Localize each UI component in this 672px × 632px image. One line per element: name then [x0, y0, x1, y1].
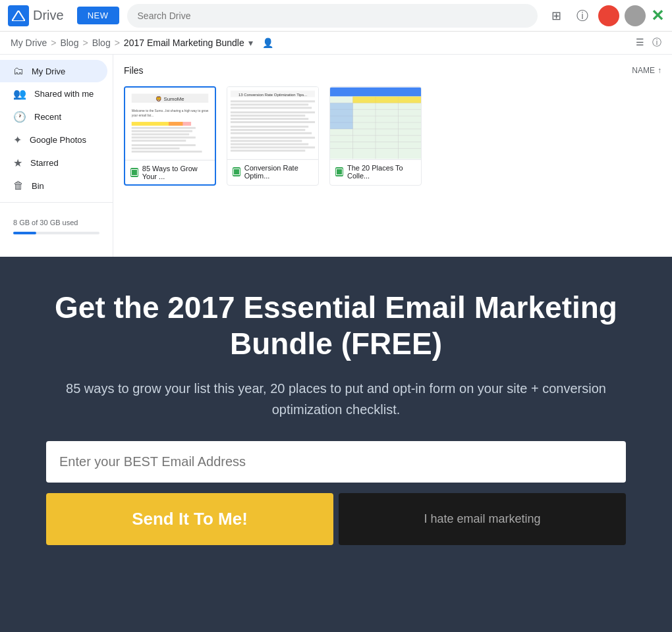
- breadcrumb-folder-1[interactable]: Blog: [60, 38, 78, 48]
- top-bar-icons: ⊞ ⓘ ✕: [546, 5, 664, 26]
- breadcrumb-sep-2: >: [82, 38, 88, 48]
- drive-logo-text: Drive: [33, 8, 64, 23]
- svg-rect-53: [330, 116, 353, 122]
- breadcrumb-dropdown-icon[interactable]: ▾: [248, 38, 253, 48]
- svg-rect-48: [353, 97, 376, 103]
- svg-rect-49: [376, 97, 399, 103]
- close-icon[interactable]: ✕: [651, 7, 664, 25]
- search-input[interactable]: [127, 4, 538, 28]
- svg-rect-10: [132, 136, 196, 138]
- files-title: Files: [124, 65, 144, 76]
- svg-rect-52: [330, 109, 353, 116]
- file-name-bar-1: 85 Ways to Grow Your ...: [125, 160, 215, 184]
- svg-rect-8: [132, 130, 192, 132]
- svg-rect-11: [132, 140, 186, 142]
- sidebar-item-bin[interactable]: 🗑 Bin: [0, 174, 107, 197]
- svg-rect-20: [231, 103, 308, 105]
- svg-rect-32: [231, 146, 315, 148]
- drive-logo: Drive: [8, 5, 64, 26]
- svg-rect-19: [231, 101, 315, 103]
- file-grid: 🦁 SumoMe Welcome to the Sumo...list shar…: [124, 86, 661, 186]
- list-view-icon[interactable]: ☰: [636, 37, 644, 49]
- sidebar: 🗂 My Drive 👥 Shared with me 🕐 Recent ✦ G…: [0, 55, 113, 257]
- hate-button[interactable]: I hate email marketing: [339, 493, 626, 545]
- notification-badge: [598, 5, 619, 26]
- photos-icon: ✦: [13, 134, 22, 146]
- svg-rect-27: [231, 129, 305, 131]
- file-preview-1: 🦁 SumoMe Welcome to the Sumo...list shar…: [125, 88, 215, 160]
- file-name-bar-3: The 20 Places To Colle...: [330, 159, 421, 184]
- overlay-title: Get the 2017 Essential Email Marketing B…: [40, 290, 632, 362]
- upgrade-storage-button[interactable]: ☁ Upgrade storage: [0, 250, 113, 257]
- svg-rect-23: [231, 115, 305, 117]
- svg-rect-28: [231, 132, 312, 134]
- breadcrumb-root[interactable]: My Drive: [11, 38, 47, 48]
- sidebar-item-my-drive[interactable]: 🗂 My Drive: [0, 60, 107, 82]
- sort-arrow-icon: ↑: [658, 66, 661, 75]
- file-card-3[interactable]: The 20 Places To Colle...: [329, 86, 422, 186]
- svg-rect-25: [231, 121, 315, 123]
- storage-text: 8 GB of 30 GB used: [13, 219, 99, 226]
- sidebar-label-starred: Starred: [30, 158, 59, 168]
- svg-rect-50: [399, 97, 422, 103]
- email-input-wrapper: [46, 441, 626, 483]
- svg-marker-0: [12, 11, 25, 21]
- svg-rect-13: [132, 147, 180, 149]
- storage-bar: [13, 232, 99, 234]
- name-sort-control[interactable]: NAME ↑: [632, 66, 661, 75]
- svg-text:13 Conversion Rate Optimizatio: 13 Conversion Rate Optimization Tips...: [238, 93, 307, 97]
- breadcrumb-folder-2[interactable]: Blog: [92, 38, 111, 48]
- sheets-icon-3: [335, 167, 343, 176]
- top-bar: Drive NEW ⊞ ⓘ ✕: [0, 0, 672, 32]
- avatar[interactable]: [625, 5, 646, 26]
- overlay-subtitle: 85 ways to grow your list this year, 20 …: [66, 378, 606, 420]
- file-name-bar-2: Conversion Rate Optim...: [227, 159, 318, 184]
- svg-rect-15: [169, 122, 191, 126]
- sidebar-item-photos[interactable]: ✦ Google Photos: [0, 128, 107, 151]
- send-button[interactable]: Send It To Me!: [46, 493, 333, 545]
- file-card-1[interactable]: 🦁 SumoMe Welcome to the Sumo...list shar…: [124, 86, 216, 186]
- details-icon[interactable]: ⓘ: [652, 37, 661, 49]
- bin-icon: 🗑: [13, 180, 24, 192]
- sidebar-label-my-drive: My Drive: [32, 66, 65, 76]
- my-drive-icon: 🗂: [13, 65, 24, 77]
- breadcrumb-sep-3: >: [115, 38, 120, 48]
- svg-rect-7: [132, 127, 196, 129]
- shared-icon: 👥: [13, 88, 26, 100]
- svg-rect-21: [231, 107, 312, 109]
- grid-view-icon[interactable]: ⊞: [546, 5, 567, 26]
- starred-icon: ★: [13, 157, 22, 169]
- storage-bar-fill: [13, 232, 36, 234]
- breadcrumb-sep-1: >: [51, 38, 56, 48]
- sidebar-label-recent: Recent: [34, 112, 61, 122]
- file-name-3: The 20 Places To Colle...: [347, 164, 416, 180]
- file-card-2[interactable]: 13 Conversion Rate Optimization Tips...: [227, 86, 319, 186]
- file-name-2: Conversion Rate Optim...: [244, 164, 313, 180]
- info-icon[interactable]: ⓘ: [572, 5, 593, 26]
- sidebar-item-recent[interactable]: 🕐 Recent: [0, 105, 107, 128]
- svg-rect-14: [132, 151, 202, 153]
- breadcrumb-current: 2017 Email Marketing Bundle: [124, 38, 244, 48]
- share-icon[interactable]: 👤: [262, 38, 273, 48]
- sidebar-label-photos: Google Photos: [30, 135, 86, 145]
- sheets-icon-2: [233, 167, 240, 176]
- drive-main: 🗂 My Drive 👥 Shared with me 🕐 Recent ✦ G…: [0, 55, 672, 257]
- svg-rect-26: [231, 126, 308, 128]
- svg-text:🦁 SumoMe: 🦁 SumoMe: [155, 95, 184, 102]
- sidebar-item-starred[interactable]: ★ Starred: [0, 151, 107, 174]
- svg-rect-51: [330, 103, 353, 109]
- upgrade-label: Upgrade storage: [27, 255, 91, 257]
- sidebar-label-bin: Bin: [32, 181, 44, 191]
- button-row: Send It To Me! I hate email marketing: [46, 493, 626, 545]
- svg-rect-54: [330, 122, 353, 129]
- files-header: Files NAME ↑: [124, 65, 661, 76]
- upgrade-icon: ☁: [13, 255, 22, 257]
- email-input[interactable]: [51, 444, 621, 480]
- svg-rect-12: [132, 144, 196, 146]
- drive-logo-icon: [8, 5, 29, 26]
- sidebar-separator: [0, 202, 113, 203]
- sidebar-item-shared[interactable]: 👥 Shared with me: [0, 82, 107, 105]
- new-button[interactable]: NEW: [77, 7, 119, 24]
- recent-icon: 🕐: [13, 111, 26, 123]
- svg-text:your email list...: your email list...: [132, 114, 154, 117]
